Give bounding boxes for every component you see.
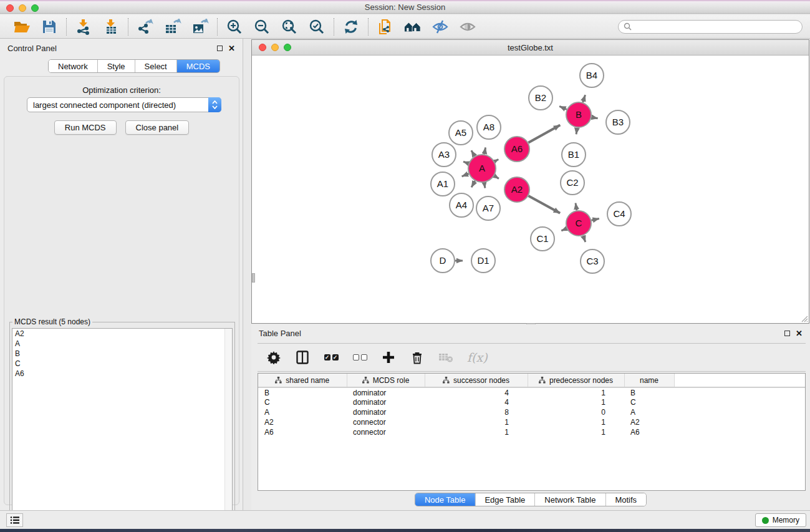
mcds-result-item[interactable]: A6 (12, 369, 232, 379)
edge-C-C1 (561, 228, 566, 231)
tab-network-table[interactable]: Network Table (535, 493, 605, 506)
deselect-all-icon[interactable] (352, 350, 367, 365)
graph-node-A7[interactable]: A7 (476, 196, 500, 220)
mcds-result-item[interactable]: B (12, 349, 232, 359)
dropdown-stepper-icon (208, 97, 221, 112)
memory-button[interactable]: Memory (755, 513, 806, 527)
network-minimize-button[interactable] (271, 44, 279, 51)
tab-motifs[interactable]: Motifs (605, 493, 646, 506)
tab-select[interactable]: Select (135, 60, 177, 72)
graph-node-A8[interactable]: A8 (477, 115, 501, 139)
tab-style[interactable]: Style (98, 60, 135, 72)
graph-node-C3[interactable]: C3 (581, 249, 604, 273)
search-field[interactable] (618, 20, 803, 34)
close-window-button[interactable] (6, 4, 14, 12)
network-window-title: testGlobe.txt (508, 43, 553, 52)
network-canvas[interactable]: AA6A2BCA5A8A3A1A4A7B2B4B3B1C2C4C1C3DD1 (252, 56, 809, 323)
column-header-MCDS-role[interactable]: MCDS role (347, 374, 425, 387)
network-overview-icon[interactable] (404, 18, 422, 36)
export-image-icon[interactable] (191, 18, 209, 36)
graph-node-A5[interactable]: A5 (449, 121, 473, 145)
zoom-selected-icon[interactable] (308, 18, 325, 36)
graph-node-A6[interactable]: A6 (504, 137, 529, 162)
export-network-icon[interactable] (137, 18, 154, 36)
memory-status-icon (762, 517, 769, 524)
graph-node-B2[interactable]: B2 (529, 86, 552, 110)
edge-A-A1 (462, 173, 469, 176)
network-window-titlebar[interactable]: testGlobe.txt (252, 40, 809, 56)
mcds-result-item[interactable]: A (12, 339, 232, 349)
network-vscroll-thumb[interactable] (252, 273, 255, 283)
mcds-result-item[interactable]: A2 (12, 329, 232, 339)
close-panel-button[interactable]: Close panel (125, 120, 190, 135)
tab-mcds[interactable]: MCDS (177, 60, 219, 72)
table-settings-icon[interactable] (266, 350, 281, 365)
tab-edge-table[interactable]: Edge Table (475, 493, 535, 506)
node-table: shared nameMCDS rolesuccessor nodesprede… (258, 373, 806, 491)
graph-node-A3[interactable]: A3 (432, 143, 456, 167)
select-all-icon[interactable]: ✓✓ (324, 350, 339, 365)
optimization-criterion-dropdown[interactable]: largest connected component (directed) (27, 97, 221, 112)
tab-network[interactable]: Network (49, 60, 98, 72)
network-close-button[interactable] (259, 44, 266, 51)
graph-node-B3[interactable]: B3 (606, 110, 630, 134)
table-row[interactable]: Cdominator41C (258, 397, 805, 407)
column-header-name[interactable]: name (624, 374, 674, 387)
save-session-icon[interactable] (41, 18, 58, 36)
open-session-icon[interactable] (13, 18, 31, 36)
graph-node-A4[interactable]: A4 (450, 193, 473, 217)
tab-node-table[interactable]: Node Table (415, 493, 476, 506)
graph-node-D[interactable]: D (431, 249, 455, 273)
zoom-fit-icon[interactable] (281, 18, 298, 36)
show-graphics-icon[interactable] (459, 18, 476, 36)
add-column-icon[interactable] (381, 350, 396, 365)
zoom-out-icon[interactable] (253, 18, 271, 36)
column-header-shared-name[interactable]: shared name (258, 374, 347, 387)
refresh-layout-icon[interactable] (342, 18, 360, 36)
zoom-in-icon[interactable] (226, 18, 243, 36)
close-table-panel-icon[interactable]: ✕ (796, 329, 803, 337)
search-icon (624, 22, 632, 31)
edge-C-C3 (583, 236, 586, 242)
resize-grip-icon[interactable] (799, 314, 808, 322)
zoom-window-button[interactable] (31, 4, 39, 12)
mcds-result-item[interactable]: C (12, 359, 232, 369)
import-network-icon[interactable] (75, 18, 92, 36)
graph-node-A2[interactable]: A2 (504, 177, 529, 202)
close-panel-icon[interactable]: ✕ (228, 44, 235, 52)
import-table-icon[interactable] (102, 18, 120, 36)
graph-node-B4[interactable]: B4 (580, 64, 604, 87)
clone-network-icon[interactable] (377, 18, 394, 36)
graph-node-A1[interactable]: A1 (431, 172, 455, 196)
task-history-button[interactable] (6, 513, 23, 527)
graph-node-B1[interactable]: B1 (562, 143, 586, 167)
float-table-panel-icon[interactable] (784, 331, 790, 336)
show-column-icon[interactable] (295, 350, 310, 365)
table-row[interactable]: Adominator80A (258, 407, 805, 417)
graph-node-C2[interactable]: C2 (561, 171, 584, 195)
delete-column-icon[interactable] (410, 350, 425, 365)
graph-node-A[interactable]: A (468, 155, 496, 182)
mcds-tab-content: Optimization criterion: largest connecte… (4, 76, 239, 505)
graph-node-C[interactable]: C (566, 211, 591, 236)
run-mcds-button[interactable]: Run MCDS (54, 120, 117, 135)
column-type-icon (362, 377, 369, 384)
search-input[interactable] (635, 22, 797, 31)
graph-node-B[interactable]: B (566, 102, 591, 127)
float-panel-icon[interactable] (217, 46, 223, 51)
column-header-successor-nodes[interactable]: successor nodes (425, 374, 528, 387)
export-table-icon[interactable] (164, 18, 181, 36)
network-zoom-button[interactable] (284, 44, 291, 51)
graph-node-D1[interactable]: D1 (471, 249, 495, 273)
table-row[interactable]: A2connector11A2 (258, 417, 805, 427)
table-row[interactable]: A6connector11A6 (258, 427, 805, 437)
hide-graphics-icon[interactable] (432, 18, 449, 36)
svg-text:C: C (576, 218, 582, 228)
table-row[interactable]: Bdominator41B (258, 387, 805, 397)
minimize-window-button[interactable] (19, 4, 26, 12)
graph-node-C1[interactable]: C1 (531, 227, 554, 251)
column-header-predecessor-nodes[interactable]: predecessor nodes (528, 374, 624, 387)
list-icon (10, 516, 20, 525)
graph-node-C4[interactable]: C4 (607, 202, 631, 226)
result-scrollbar[interactable] (224, 329, 232, 532)
